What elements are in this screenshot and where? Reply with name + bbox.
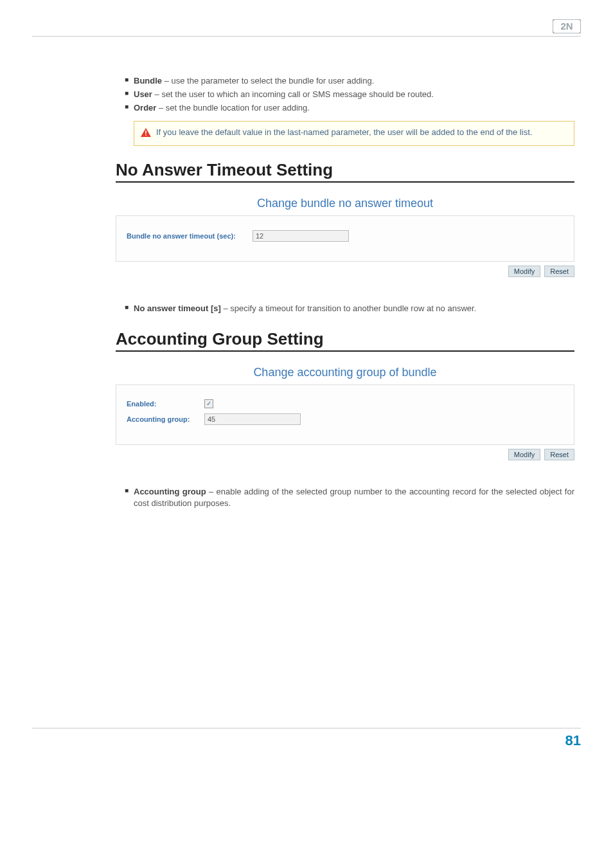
desc: – set the bundle location for user addin… (156, 103, 310, 113)
intro-bullet-list: Bundle – use the parameter to select the… (116, 75, 574, 114)
list-item: Order – set the bundle location for user… (125, 102, 574, 114)
warning-callout: If you leave the default value in the la… (134, 121, 574, 147)
term: Order (134, 103, 156, 113)
desc: – specify a timeout for transition to an… (221, 303, 476, 313)
term: Bundle (134, 76, 162, 86)
term: User (134, 89, 152, 99)
term: Accounting group (134, 487, 206, 496)
term: No answer timeout [s] (134, 303, 221, 313)
panel-no-answer: Bundle no answer timeout (sec): (116, 215, 574, 262)
timeout-bullet-list: No answer timeout [s] – specify a timeou… (116, 303, 574, 314)
svg-text:2N: 2N (560, 21, 573, 32)
list-item: User – set the user to which an incoming… (125, 89, 574, 100)
enabled-checkbox[interactable]: ✓ (204, 399, 213, 408)
desc: – use the parameter to select the bundle… (162, 76, 374, 86)
svg-rect-3 (145, 134, 147, 136)
reset-button[interactable]: Reset (544, 266, 574, 277)
warning-icon (141, 128, 151, 141)
brand-logo: 2N (553, 19, 581, 33)
reset-button[interactable]: Reset (544, 449, 574, 460)
page-number: 81 (565, 732, 581, 749)
panel-accounting: Enabled: ✓ Accounting group: (116, 384, 574, 445)
accounting-group-label: Accounting group: (127, 415, 200, 423)
list-item: No answer timeout [s] – specify a timeou… (125, 303, 574, 314)
desc: – set the user to which an incoming call… (152, 89, 434, 99)
svg-rect-2 (145, 131, 147, 134)
accounting-group-input[interactable] (204, 413, 301, 425)
panel-title-no-answer: Change bundle no answer timeout (116, 197, 574, 210)
warning-text: If you leave the default value in the la… (156, 127, 532, 139)
timeout-input[interactable] (253, 230, 349, 242)
modify-button[interactable]: Modify (508, 266, 540, 277)
panel-title-accounting: Change accounting group of bundle (116, 366, 574, 379)
section-heading-accounting: Accounting Group Setting (116, 329, 574, 352)
list-item: Accounting group – enable adding of the … (125, 486, 574, 509)
section-heading-no-answer: No Answer Timeout Setting (116, 160, 574, 183)
accounting-bullet-list: Accounting group – enable adding of the … (116, 486, 574, 509)
list-item: Bundle – use the parameter to select the… (125, 75, 574, 87)
timeout-label: Bundle no answer timeout (sec): (127, 232, 249, 240)
enabled-label: Enabled: (127, 400, 200, 408)
modify-button[interactable]: Modify (508, 449, 540, 460)
